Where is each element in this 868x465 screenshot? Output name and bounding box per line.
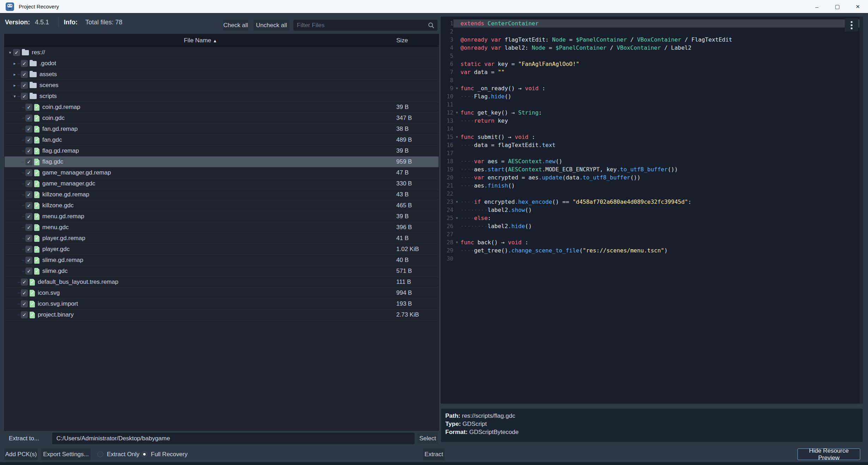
full-recovery-option[interactable]: Full Recovery [141,448,188,460]
row-checkbox[interactable]: ✓ [13,49,20,56]
fold-arrow-icon[interactable]: ▾ [453,110,460,115]
chevron-right-icon[interactable]: ▸ [12,72,17,77]
file-name: menu.gd.remap [42,213,84,220]
row-checkbox[interactable]: ✓ [21,300,28,307]
fold-arrow-icon[interactable]: ▾ [453,135,460,139]
code-line: 25 ▾ ····else: [441,214,860,222]
close-button[interactable]: ✕ [848,0,868,13]
file-size: 39 B [396,147,409,154]
type-label: Type: [445,421,461,427]
resource-type: Type: GDScript [445,420,858,428]
table-row[interactable]: ✓ ✓ flag.gdc 959 B [5,157,439,167]
row-checkbox[interactable]: ✓ [25,126,32,133]
extract-button[interactable]: Extract [423,448,445,460]
file-name-column-header[interactable]: File Name ▲ [5,37,396,44]
table-row[interactable]: ✓ ✓ menu.gdc 396 B [5,222,439,233]
code-text: @onready var flagTextEdit: Node = $Panel… [460,36,732,43]
row-checkbox[interactable]: ✓ [25,115,32,122]
row-checkbox[interactable]: ✓ [25,213,32,220]
table-row[interactable]: ✓ ✓ player.gd.remap 41 B [5,233,439,244]
extract-to-label: Extract to... [9,435,39,442]
line-number: 8 [441,77,453,84]
tree-connector [17,74,20,75]
minimize-button[interactable]: – [807,0,827,13]
table-row[interactable]: ✓ ✓ game_manager.gdc 330 B [5,178,439,189]
table-row[interactable]: ✓ ✓ flag.gd.remap 39 B [5,146,439,157]
row-checkbox[interactable]: ✓ [25,257,32,264]
table-row[interactable]: ✓ ✓ coin.gdc 347 B [5,113,439,124]
add-pck-button[interactable]: Add PCK(s) [4,448,38,460]
table-row[interactable]: ✓ ✓ killzone.gdc 465 B [5,200,439,211]
table-row[interactable]: ▾ ✓ ✓ scripts [5,91,439,102]
fold-arrow-icon[interactable]: ▾ [453,240,460,245]
select-folder-button[interactable]: Select [417,433,438,444]
tree-connector [22,107,25,108]
tree-connector [22,184,25,184]
export-settings-button[interactable]: Export Settings... [41,448,91,460]
size-column-header[interactable]: Size [396,37,408,44]
filter-files-field[interactable] [293,20,438,31]
chevron-right-icon[interactable]: ▸ [12,83,17,88]
row-checkbox[interactable]: ✓ [25,191,32,198]
row-checkbox[interactable]: ✓ [21,93,28,100]
code-preview-panel[interactable]: 1 extends CenterContainer 2 3 @onready v… [441,17,863,404]
table-row[interactable]: ✓ ✓ icon.svg.import 193 B [5,299,439,310]
chevron-down-icon[interactable]: ▾ [12,94,17,99]
row-checkbox[interactable]: ✓ [21,71,28,78]
code-text: func submit() → void : [460,134,535,140]
fold-arrow-icon[interactable]: ▾ [453,86,460,91]
file-icon: ✓ [34,148,39,154]
row-checkbox[interactable]: ✓ [21,60,28,67]
row-checkbox[interactable]: ✓ [21,279,28,286]
uncheck-all-button[interactable]: Uncheck all [253,20,289,31]
row-checkbox[interactable]: ✓ [25,180,32,187]
maximize-button[interactable]: ▢ [827,0,848,13]
file-name: assets [39,71,57,78]
table-row[interactable]: ✓ ✓ menu.gd.remap 39 B [5,211,439,222]
row-checkbox[interactable]: ✓ [25,202,32,209]
row-checkbox[interactable]: ✓ [21,82,28,89]
table-row[interactable]: ✓ ✓ coin.gd.remap 39 B [5,102,439,113]
row-checkbox[interactable]: ✓ [21,289,28,296]
row-checkbox[interactable]: ✓ [25,136,32,143]
table-row[interactable]: ▾ ✓ ✓ res:// [5,47,439,58]
chevron-down-icon[interactable]: ▾ [7,50,13,55]
check-all-button[interactable]: Check all [223,20,248,31]
hide-resource-preview-button[interactable]: Hide Resource Preview [797,448,860,460]
table-row[interactable]: ▸ ✓ ✓ assets [5,69,439,80]
table-row[interactable]: ▸ ✓ ✓ .godot [5,58,439,69]
chevron-right-icon[interactable]: ▸ [12,61,17,66]
table-row[interactable]: ✓ ✓ slime.gdc 571 B [5,266,439,277]
row-checkbox[interactable]: ✓ [25,104,32,111]
code-menu-button[interactable] [845,18,858,32]
file-icon: ✓ [34,126,39,133]
table-row[interactable]: ✓ ✓ project.binary 2.73 KiB [5,310,439,320]
row-checkbox[interactable]: ✓ [25,246,32,253]
table-row[interactable]: ✓ ✓ default_bus_layout.tres.remap 111 B [5,277,439,288]
row-checkbox[interactable]: ✓ [21,311,28,318]
extract-only-radio[interactable] [97,451,103,457]
resource-path: Path: res://scripts/flag.gdc [445,412,858,420]
table-row[interactable]: ✓ ✓ killzone.gd.remap 43 B [5,189,439,200]
table-row[interactable]: ✓ ✓ fan.gdc 489 B [5,135,439,146]
table-row[interactable]: ✓ ✓ slime.gd.remap 40 B [5,255,439,266]
filter-files-input[interactable] [293,22,428,29]
table-row[interactable]: ✓ ✓ game_manager.gd.remap 47 B [5,167,439,178]
code-scrollbar[interactable] [860,17,863,404]
row-checkbox[interactable]: ✓ [25,235,32,242]
row-checkbox[interactable]: ✓ [25,224,32,231]
row-checkbox[interactable]: ✓ [25,158,32,165]
row-checkbox[interactable]: ✓ [25,147,32,154]
extract-path-input[interactable] [52,433,415,444]
row-checkbox[interactable]: ✓ [25,268,32,275]
file-size: 39 B [396,104,409,111]
full-recovery-radio[interactable] [141,451,147,457]
table-row[interactable]: ✓ ✓ fan.gd.remap 38 B [5,124,439,135]
row-checkbox[interactable]: ✓ [25,169,32,176]
table-row[interactable]: ▸ ✓ ✓ scenes [5,80,439,91]
extract-only-option[interactable]: Extract Only [97,448,140,460]
fold-arrow-icon[interactable]: ▾ [453,200,460,204]
table-row[interactable]: ✓ ✓ icon.svg 994 B [5,288,439,299]
table-row[interactable]: ✓ ✓ player.gdc 1.02 KiB [5,244,439,255]
fold-arrow-icon[interactable]: ▾ [453,216,460,220]
